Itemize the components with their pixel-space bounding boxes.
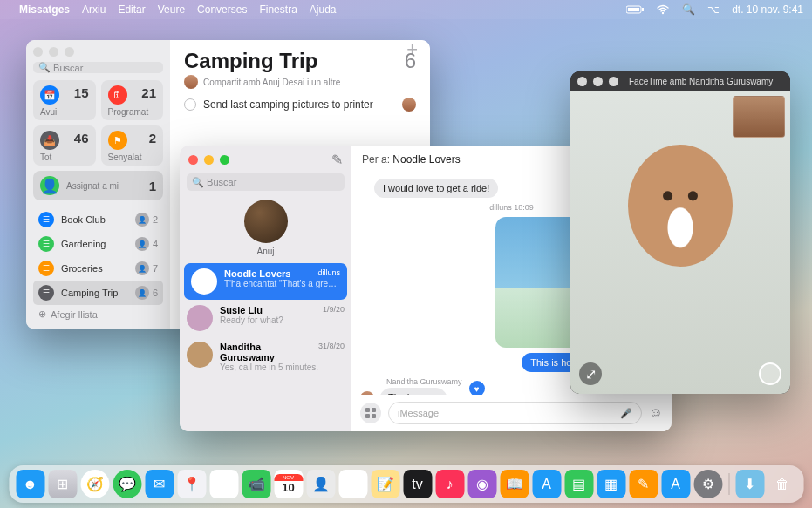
capture-icon[interactable] [759, 362, 781, 385]
reminders-traffic-lights[interactable] [33, 47, 163, 57]
dock-appstore-alt[interactable]: A [532, 470, 561, 498]
all-icon: 📥 [40, 131, 59, 150]
dock-reminders[interactable]: ☰ [338, 470, 367, 498]
menu-arxiu[interactable]: Arxiu [82, 3, 106, 16]
control-center-icon[interactable]: ⌥ [707, 3, 720, 16]
dock-books[interactable]: 📖 [500, 470, 529, 498]
dock-pages[interactable]: ✎ [629, 470, 658, 498]
dock-contacts[interactable]: 👤 [306, 470, 335, 498]
to-label: Per a: [362, 153, 390, 166]
message-field[interactable]: iMessage 🎤 [388, 402, 642, 424]
menubar-app-name[interactable]: Missatges [19, 3, 70, 16]
menu-ajuda[interactable]: Ajuda [310, 3, 337, 16]
shared-avatar-icon [184, 75, 198, 89]
task-title: Send last camping pictures to printer [203, 98, 373, 111]
menu-finestra[interactable]: Finestra [259, 3, 297, 16]
list-item[interactable]: ☰ Camping Trip 👤6 [33, 281, 163, 305]
smart-list-label: Senyalat [108, 152, 157, 162]
add-list-button[interactable]: ⊕ Afegir llista [33, 305, 163, 323]
assigned-to-me[interactable]: 👤 Assignat a mi 1 [33, 171, 163, 200]
menu-veure[interactable]: Veure [158, 3, 185, 16]
dock-tv[interactable]: tv [403, 470, 432, 498]
dock-launchpad[interactable]: ⊞ [48, 470, 77, 498]
list-item[interactable]: ☰ Groceries 👤7 [33, 256, 163, 281]
list-icon: ☰ [38, 285, 54, 301]
list-item[interactable]: ☰ Book Club 👤2 [33, 207, 163, 232]
messages-search[interactable]: 🔍 Buscar [187, 173, 345, 191]
svg-rect-2 [642, 8, 644, 11]
list-icon: ☰ [38, 212, 54, 227]
dock-numbers[interactable]: ▤ [564, 470, 593, 498]
avatar [187, 342, 213, 368]
battery-icon[interactable] [626, 5, 644, 14]
list-count: 6 [405, 49, 416, 73]
pinned-contact[interactable]: Anuj [231, 200, 301, 256]
remote-face [628, 145, 733, 267]
smart-list-today[interactable]: 📅 15 Avui [33, 80, 96, 120]
dock-music[interactable]: ♪ [435, 470, 464, 498]
to-value[interactable]: Noodle Lovers [392, 153, 460, 166]
menu-converses[interactable]: Converses [197, 3, 247, 16]
conversation-row[interactable]: Susie Liu 1/9/20 Ready for what? [180, 300, 351, 336]
dock-settings[interactable]: ⚙︎ [693, 470, 722, 498]
dock-mail[interactable]: ✉︎ [145, 470, 174, 498]
task-row[interactable]: Send last camping pictures to printer [184, 98, 416, 112]
pinned-name: Anuj [231, 247, 301, 256]
chat-input-bar: iMessage 🎤 ☺ [351, 395, 672, 431]
today-icon: 📅 [40, 85, 59, 105]
shared-icon: 👤 [135, 261, 149, 275]
svg-rect-5 [372, 408, 376, 412]
svg-point-3 [662, 12, 664, 14]
dock-messages[interactable]: 💬 [113, 470, 141, 498]
conversation-row[interactable]: Noodle Lovers dilluns T'ha encantat "Tha… [184, 263, 347, 300]
reminders-search[interactable]: 🔍 Buscar [33, 62, 163, 73]
avatar [191, 268, 217, 295]
facetime-traffic-lights[interactable] [577, 77, 618, 86]
smart-list-all[interactable]: 📥 46 Tot [33, 125, 96, 166]
shared-icon: 👤 [135, 237, 149, 251]
scheduled-icon: 🗓 [108, 85, 127, 105]
fullscreen-icon[interactable]: ⤢ [579, 362, 602, 385]
list-name: Groceries [61, 263, 103, 274]
dock-calendar[interactable]: NOV10 [274, 470, 303, 498]
conversation-row[interactable]: Nanditha Guruswamy 31/8/20 Yes, call me … [180, 336, 351, 377]
spotlight-icon[interactable]: 🔍 [682, 3, 695, 16]
dock-safari[interactable]: 🧭 [80, 470, 109, 498]
assigned-count: 1 [149, 179, 156, 193]
clock[interactable]: dt. 10 nov. 9:41 [732, 3, 803, 16]
love-reaction-icon[interactable]: ♥ [469, 381, 485, 395]
facetime-title: FaceTime amb Nanditha Guruswamy [629, 77, 773, 86]
dock-appstore[interactable]: A [661, 470, 690, 498]
dock-downloads[interactable]: ⬇︎ [735, 470, 764, 498]
smart-list-count: 2 [149, 131, 156, 146]
emoji-icon[interactable]: ☺ [649, 405, 663, 421]
assigned-label: Assignat a mi [66, 181, 119, 191]
avatar [187, 305, 213, 331]
mic-icon[interactable]: 🎤 [620, 408, 632, 419]
dock-finder[interactable]: ☻ [16, 470, 44, 498]
dock-trash[interactable]: 🗑 [768, 470, 796, 498]
smart-list-label: Programat [108, 107, 157, 117]
svg-rect-6 [365, 414, 370, 418]
task-checkbox[interactable] [184, 98, 196, 111]
list-item[interactable]: ☰ Gardening 👤4 [33, 232, 163, 256]
dock-podcasts[interactable]: ◉ [467, 470, 496, 498]
wifi-icon[interactable] [656, 4, 670, 15]
incoming-bubble[interactable]: I would love to get a ride! [374, 179, 498, 198]
dock-notes[interactable]: 📝 [371, 470, 399, 498]
incoming-reply-bubble[interactable]: That's a great idea [379, 388, 447, 395]
conv-preview: T'ha encantat "That's a great idea " [224, 279, 340, 288]
smart-list-flagged[interactable]: ⚑ 2 Senyalat [101, 125, 164, 166]
compose-icon[interactable]: ✎ [331, 152, 343, 168]
conv-name: Noodle Lovers [224, 268, 290, 279]
apps-icon[interactable] [360, 403, 381, 423]
dock-facetime[interactable]: 📹 [242, 470, 270, 498]
dock-maps[interactable]: 📍 [177, 470, 206, 498]
list-count: 2 [153, 214, 158, 225]
self-view[interactable] [733, 96, 785, 138]
smart-list-scheduled[interactable]: 🗓 21 Programat [101, 80, 164, 120]
menu-editar[interactable]: Editar [118, 3, 145, 16]
dock-photos[interactable]: ✿ [209, 470, 238, 498]
messages-traffic-lights[interactable] [188, 155, 229, 165]
dock-keynote[interactable]: ▦ [597, 470, 625, 498]
